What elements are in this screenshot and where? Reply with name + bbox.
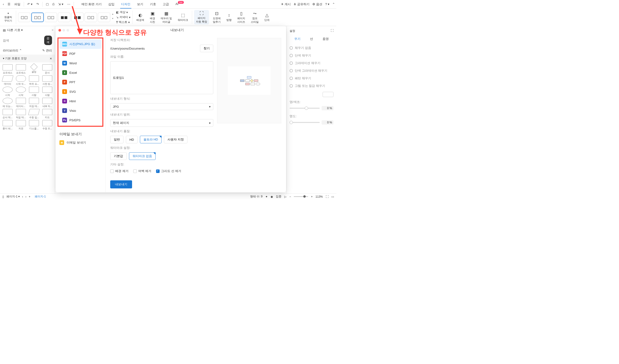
cb-remove-bg[interactable]: 배경 제거 — [110, 169, 128, 173]
range-select[interactable]: 현재 페이지▾ — [110, 119, 213, 127]
opacity-slider[interactable] — [290, 122, 320, 123]
shape-item[interactable]: 사전 정... — [41, 75, 54, 86]
options-button[interactable]: ⚙ 옵션 — [312, 2, 322, 6]
quality-option[interactable]: 울트라 HD — [140, 136, 162, 143]
shape-item[interactable]: 사람 — [28, 87, 40, 97]
bgimage-button[interactable]: ▣배경 사진 — [148, 10, 157, 25]
shape-item[interactable]: 결정 — [28, 64, 40, 75]
export-format-item[interactable]: PPPT — [59, 77, 101, 87]
connector-dropdown[interactable]: ↘ 커넥터 ▾ — [116, 15, 130, 19]
shape-item[interactable]: 내부 저... — [41, 98, 54, 108]
theme-4[interactable]: ◼◼ — [58, 13, 70, 22]
publish-button[interactable]: ✈ 게시 — [281, 2, 291, 6]
tab-advanced[interactable]: 고급 — [162, 0, 170, 8]
search-button[interactable]: 검색 — [44, 36, 52, 45]
zoom-out-icon[interactable]: − — [289, 195, 291, 198]
menu-icon[interactable]: ☰ — [6, 1, 12, 7]
unit-button[interactable]: △단위 — [263, 12, 271, 23]
browse-button[interactable]: 찾기 — [200, 45, 213, 52]
shape-item[interactable]: 문서 — [41, 64, 54, 75]
theme-3[interactable]: ◻◻ — [45, 13, 57, 22]
zoom-in-icon[interactable]: + — [311, 195, 313, 198]
library-toggle[interactable]: 라이브러리 ⌃ — [3, 48, 22, 53]
tab-design[interactable]: 디자인 — [120, 0, 131, 8]
fill-option[interactable]: 패턴 채우기 — [290, 76, 334, 81]
auto-expand-button[interactable]: ⛶페이지 자동 확장 — [194, 10, 209, 25]
theme-7[interactable]: ◻◻ — [98, 13, 110, 22]
direction-button[interactable]: ↕방향 — [225, 12, 234, 23]
quality-option[interactable]: HD — [126, 136, 138, 143]
add-page-icon[interactable]: + — [29, 195, 30, 198]
email-send-item[interactable]: ✉ 이메일 보내기 — [56, 138, 104, 147]
export-format-item[interactable]: HHtml — [59, 96, 101, 106]
focus-label[interactable]: 집중 — [276, 195, 281, 199]
tab-line[interactable]: 선 — [308, 36, 315, 42]
search-input[interactable] — [3, 36, 43, 45]
shape-item[interactable]: 종이 테... — [1, 120, 14, 130]
page-size-button[interactable]: ▯페이지 사이즈 — [235, 10, 247, 25]
shape-item[interactable]: 수동 조... — [41, 120, 54, 130]
fill-option[interactable]: 그림 또는 질감 채우기 — [290, 84, 334, 88]
watermark-option[interactable]: 워터마크 없음 — [129, 152, 155, 160]
help-icon[interactable]: ? ▾ — [325, 2, 329, 6]
shape-item[interactable]: 저장 데... — [28, 98, 40, 108]
format-select[interactable]: JPG▾ — [110, 103, 213, 110]
jump-style-button[interactable]: ⤳점프 스타일 — [249, 10, 261, 25]
shape-item[interactable]: 에 또는... — [1, 98, 14, 108]
fit-width-icon[interactable]: ▭ — [331, 195, 334, 198]
other-symbols-dropdown[interactable]: 다른 기호 ▾ — [7, 28, 23, 32]
watermark-option[interactable]: 기본값 — [110, 152, 127, 160]
export-format-item[interactable]: XExcel — [59, 68, 101, 77]
cb-remove-grid[interactable]: 그리드 선 제거 — [156, 169, 181, 173]
page-selector[interactable]: 페이지-1 ▾ — [6, 195, 20, 199]
zoom-value[interactable]: 113% — [315, 195, 323, 198]
export-format-item[interactable]: PDFPDF — [59, 49, 101, 58]
collapse-panel-icon[interactable]: « — [52, 28, 54, 32]
bgcolor-button[interactable]: ◐배경색 — [134, 12, 146, 23]
shape-item[interactable]: 프로세스 — [15, 64, 27, 75]
shape-item[interactable]: 디스플... — [28, 120, 40, 130]
border-header-button[interactable]: ▦테두리 및 머리글 — [159, 10, 174, 25]
quality-option[interactable]: 일반 — [110, 136, 124, 143]
filename-input[interactable] — [110, 61, 213, 94]
shape-item[interactable]: 시작 — [1, 87, 14, 97]
export-format-item[interactable]: PsPS/EPS — [59, 115, 101, 125]
shape-item[interactable]: 프로세스 — [1, 64, 14, 75]
file-menu[interactable]: 파일 — [13, 1, 22, 7]
theme-2[interactable]: ◻◻ — [31, 13, 44, 22]
fit-drawing-button[interactable]: ⊡도면에 맞추기 — [211, 10, 223, 25]
tab-fill[interactable]: 우기 — [292, 36, 302, 42]
collapse-ribbon-icon[interactable]: ⌃ — [332, 2, 335, 6]
text-dropdown[interactable]: T 텍스트 ▾ — [116, 20, 130, 24]
zoom-slider[interactable] — [294, 196, 308, 197]
redo-icon[interactable]: ↷ — [35, 1, 40, 7]
theme-1[interactable]: ◻◻ — [18, 13, 30, 22]
print-icon[interactable]: ⎙ — [51, 1, 56, 7]
tab-view[interactable]: 보기 — [136, 0, 144, 8]
oneclick-decorate[interactable]: ✦ 원클릭 꾸미기 — [2, 11, 14, 24]
watermark-button[interactable]: ⬚워터마크 — [176, 12, 190, 23]
back-icon[interactable]: ‹ — [1, 1, 5, 7]
tab-shadow[interactable]: 음영 — [321, 36, 331, 42]
prev-page-icon[interactable]: ‹ — [22, 195, 23, 198]
close-window-icon[interactable] — [58, 29, 61, 32]
undo-icon[interactable]: ↶ ▾ — [26, 1, 34, 7]
fill-option[interactable]: 단색 그라데이션 채우기 — [290, 68, 334, 73]
export-button[interactable]: 내보내기 — [110, 180, 132, 189]
theme-scroll[interactable]: ▴▾ — [111, 13, 114, 22]
shape-item[interactable]: 데이터 — [1, 75, 14, 86]
quality-option[interactable]: 사용자 지정 — [164, 136, 187, 143]
export-format-item[interactable]: WWord — [59, 58, 101, 68]
page-tab[interactable]: 페이지-1 — [33, 194, 48, 199]
theme-6[interactable]: ◻◻ — [84, 13, 97, 22]
shape-item[interactable]: 시작 — [15, 87, 27, 97]
manage-button[interactable]: ✎ 관리 — [42, 48, 52, 53]
save-icon[interactable]: ▢ — [44, 1, 50, 7]
expand-panel-icon[interactable]: ⛶ — [331, 29, 334, 33]
focus-mode-icon[interactable]: ◉ — [270, 195, 273, 198]
fill-option[interactable]: 그라데이션 채우기 — [290, 61, 334, 65]
tab-symbol[interactable]: 기호 — [149, 0, 157, 8]
shape-item[interactable]: 수동 입... — [28, 109, 40, 119]
cb-remove-margin[interactable]: 여백 제거 — [133, 169, 152, 173]
tab-insert[interactable]: 삽입 — [107, 0, 115, 8]
